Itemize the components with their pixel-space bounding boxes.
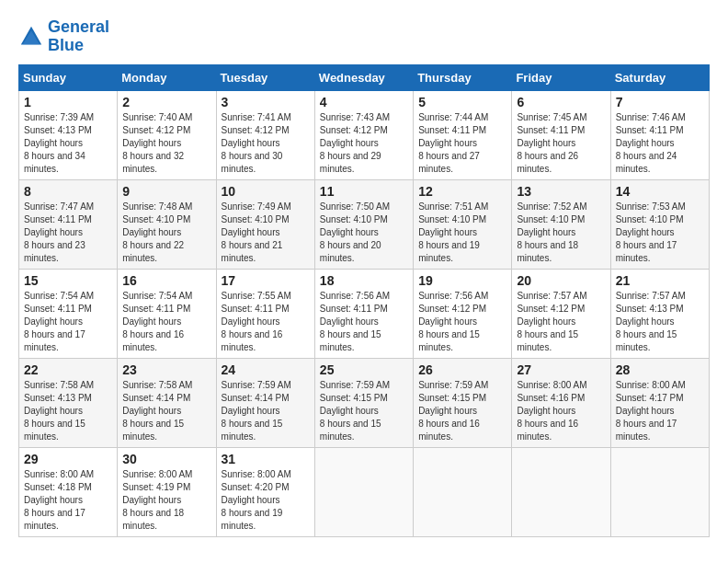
calendar-cell: 20 Sunrise: 7:57 AM Sunset: 4:12 PM Dayl…	[512, 269, 610, 358]
day-number: 9	[122, 184, 210, 199]
day-info: Sunrise: 7:46 AM Sunset: 4:11 PM Dayligh…	[616, 111, 704, 176]
day-info: Sunrise: 7:51 AM Sunset: 4:10 PM Dayligh…	[418, 201, 506, 265]
calendar-cell: 30 Sunrise: 8:00 AM Sunset: 4:19 PM Dayl…	[118, 447, 216, 536]
calendar-cell: 11 Sunrise: 7:50 AM Sunset: 4:10 PM Dayl…	[314, 179, 413, 269]
calendar-cell: 22 Sunrise: 7:58 AM Sunset: 4:13 PM Dayl…	[19, 358, 118, 447]
calendar-cell	[314, 447, 413, 536]
calendar-cell: 6 Sunrise: 7:45 AM Sunset: 4:11 PM Dayli…	[512, 90, 610, 179]
day-number: 24	[222, 362, 310, 377]
calendar-cell: 19 Sunrise: 7:56 AM Sunset: 4:12 PM Dayl…	[414, 269, 512, 358]
weekday-header-wednesday: Wednesday	[314, 64, 413, 90]
day-info: Sunrise: 7:39 AM Sunset: 4:13 PM Dayligh…	[24, 111, 112, 176]
day-info: Sunrise: 7:59 AM Sunset: 4:15 PM Dayligh…	[320, 379, 408, 443]
day-number: 22	[24, 362, 112, 377]
calendar-week-4: 22 Sunrise: 7:58 AM Sunset: 4:13 PM Dayl…	[19, 358, 710, 447]
day-number: 14	[616, 184, 704, 199]
calendar-cell: 24 Sunrise: 7:59 AM Sunset: 4:14 PM Dayl…	[216, 358, 314, 447]
day-number: 4	[320, 95, 408, 109]
day-number: 2	[122, 95, 210, 109]
day-number: 23	[122, 362, 210, 377]
day-info: Sunrise: 7:58 AM Sunset: 4:14 PM Dayligh…	[122, 379, 210, 443]
logo-text: General Blue	[48, 18, 109, 55]
day-info: Sunrise: 8:00 AM Sunset: 4:17 PM Dayligh…	[616, 379, 704, 443]
day-info: Sunrise: 7:56 AM Sunset: 4:12 PM Dayligh…	[418, 290, 506, 354]
calendar-cell: 27 Sunrise: 8:00 AM Sunset: 4:16 PM Dayl…	[512, 358, 610, 447]
calendar-cell: 26 Sunrise: 7:59 AM Sunset: 4:15 PM Dayl…	[414, 358, 512, 447]
calendar-cell: 16 Sunrise: 7:54 AM Sunset: 4:11 PM Dayl…	[118, 269, 216, 358]
calendar-week-3: 15 Sunrise: 7:54 AM Sunset: 4:11 PM Dayl…	[19, 269, 710, 358]
day-number: 30	[122, 452, 210, 466]
calendar-cell: 23 Sunrise: 7:58 AM Sunset: 4:14 PM Dayl…	[118, 358, 216, 447]
day-number: 19	[418, 273, 506, 288]
day-number: 8	[24, 184, 112, 199]
day-number: 26	[418, 362, 506, 377]
calendar-cell: 31 Sunrise: 8:00 AM Sunset: 4:20 PM Dayl…	[216, 447, 314, 536]
day-info: Sunrise: 7:55 AM Sunset: 4:11 PM Dayligh…	[222, 290, 310, 354]
weekday-header-tuesday: Tuesday	[216, 64, 314, 90]
day-info: Sunrise: 7:57 AM Sunset: 4:13 PM Dayligh…	[616, 290, 704, 354]
calendar-cell: 5 Sunrise: 7:44 AM Sunset: 4:11 PM Dayli…	[414, 90, 512, 179]
day-number: 6	[517, 95, 605, 109]
calendar-cell: 2 Sunrise: 7:40 AM Sunset: 4:12 PM Dayli…	[118, 90, 216, 179]
day-number: 13	[517, 184, 605, 199]
day-info: Sunrise: 7:57 AM Sunset: 4:12 PM Dayligh…	[517, 290, 605, 354]
calendar-cell: 8 Sunrise: 7:47 AM Sunset: 4:11 PM Dayli…	[19, 179, 118, 269]
day-info: Sunrise: 7:44 AM Sunset: 4:11 PM Dayligh…	[418, 111, 506, 176]
calendar-cell: 13 Sunrise: 7:52 AM Sunset: 4:10 PM Dayl…	[512, 179, 610, 269]
day-info: Sunrise: 7:49 AM Sunset: 4:10 PM Dayligh…	[222, 201, 310, 265]
calendar-cell: 4 Sunrise: 7:43 AM Sunset: 4:12 PM Dayli…	[314, 90, 413, 179]
day-number: 7	[616, 95, 704, 109]
calendar-cell: 10 Sunrise: 7:49 AM Sunset: 4:10 PM Dayl…	[216, 179, 314, 269]
day-number: 17	[222, 273, 310, 288]
day-number: 29	[24, 452, 112, 466]
day-info: Sunrise: 7:54 AM Sunset: 4:11 PM Dayligh…	[24, 290, 112, 354]
day-number: 11	[320, 184, 408, 199]
calendar-cell: 29 Sunrise: 8:00 AM Sunset: 4:18 PM Dayl…	[19, 447, 118, 536]
day-info: Sunrise: 8:00 AM Sunset: 4:20 PM Dayligh…	[222, 468, 310, 533]
day-number: 20	[517, 273, 605, 288]
day-info: Sunrise: 7:53 AM Sunset: 4:10 PM Dayligh…	[616, 201, 704, 265]
calendar-cell	[414, 447, 512, 536]
calendar-cell: 18 Sunrise: 7:56 AM Sunset: 4:11 PM Dayl…	[314, 269, 413, 358]
calendar-cell	[610, 447, 709, 536]
calendar-cell: 3 Sunrise: 7:41 AM Sunset: 4:12 PM Dayli…	[216, 90, 314, 179]
calendar-cell: 1 Sunrise: 7:39 AM Sunset: 4:13 PM Dayli…	[19, 90, 118, 179]
day-info: Sunrise: 7:47 AM Sunset: 4:11 PM Dayligh…	[24, 201, 112, 265]
day-info: Sunrise: 7:56 AM Sunset: 4:11 PM Dayligh…	[320, 290, 408, 354]
day-info: Sunrise: 7:50 AM Sunset: 4:10 PM Dayligh…	[320, 201, 408, 265]
day-info: Sunrise: 8:00 AM Sunset: 4:16 PM Dayligh…	[517, 379, 605, 443]
weekday-header-saturday: Saturday	[610, 64, 709, 90]
logo: General Blue	[18, 18, 109, 55]
calendar-cell	[512, 447, 610, 536]
day-number: 16	[122, 273, 210, 288]
calendar-table: SundayMondayTuesdayWednesdayThursdayFrid…	[18, 64, 710, 537]
calendar-cell: 28 Sunrise: 8:00 AM Sunset: 4:17 PM Dayl…	[610, 358, 709, 447]
day-number: 12	[418, 184, 506, 199]
day-info: Sunrise: 7:59 AM Sunset: 4:15 PM Dayligh…	[418, 379, 506, 443]
day-number: 28	[616, 362, 704, 377]
day-number: 15	[24, 273, 112, 288]
day-number: 25	[320, 362, 408, 377]
header: General Blue	[18, 18, 710, 55]
weekday-header-monday: Monday	[118, 64, 216, 90]
day-number: 3	[222, 95, 310, 109]
day-number: 5	[418, 95, 506, 109]
day-number: 27	[517, 362, 605, 377]
calendar-cell: 17 Sunrise: 7:55 AM Sunset: 4:11 PM Dayl…	[216, 269, 314, 358]
day-number: 18	[320, 273, 408, 288]
calendar-header-row: SundayMondayTuesdayWednesdayThursdayFrid…	[19, 64, 710, 90]
day-number: 31	[222, 452, 310, 466]
day-info: Sunrise: 7:45 AM Sunset: 4:11 PM Dayligh…	[517, 111, 605, 176]
calendar-cell: 12 Sunrise: 7:51 AM Sunset: 4:10 PM Dayl…	[414, 179, 512, 269]
calendar-week-2: 8 Sunrise: 7:47 AM Sunset: 4:11 PM Dayli…	[19, 179, 710, 269]
day-info: Sunrise: 8:00 AM Sunset: 4:19 PM Dayligh…	[122, 468, 210, 533]
calendar-cell: 9 Sunrise: 7:48 AM Sunset: 4:10 PM Dayli…	[118, 179, 216, 269]
weekday-header-sunday: Sunday	[19, 64, 118, 90]
day-number: 10	[222, 184, 310, 199]
calendar-cell: 15 Sunrise: 7:54 AM Sunset: 4:11 PM Dayl…	[19, 269, 118, 358]
logo-icon	[18, 24, 44, 50]
day-info: Sunrise: 8:00 AM Sunset: 4:18 PM Dayligh…	[24, 468, 112, 533]
day-info: Sunrise: 7:41 AM Sunset: 4:12 PM Dayligh…	[222, 111, 310, 176]
day-info: Sunrise: 7:43 AM Sunset: 4:12 PM Dayligh…	[320, 111, 408, 176]
weekday-header-friday: Friday	[512, 64, 610, 90]
